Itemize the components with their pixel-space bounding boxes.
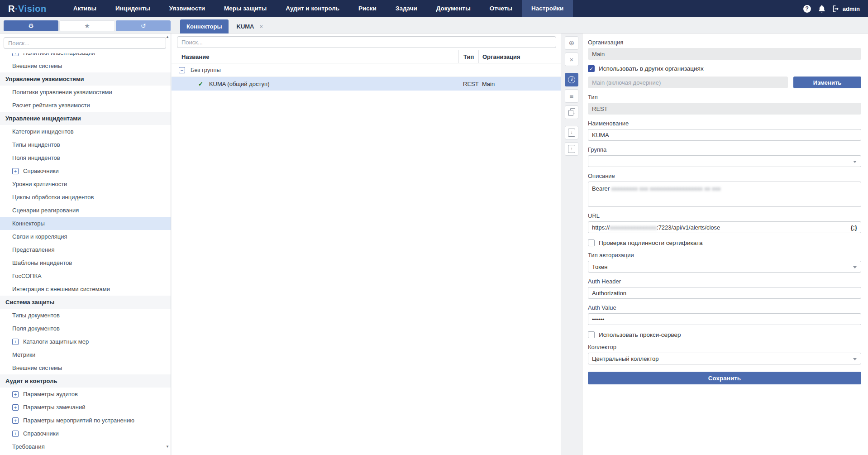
help-icon[interactable]: ?	[803, 5, 811, 13]
notifications-bell-icon[interactable]	[818, 5, 825, 13]
description-field[interactable]: Bearer xxxxxxxxx xxx xxxxxxxxxxxxxxxxxx …	[588, 182, 861, 207]
expand-icon[interactable]: +	[12, 431, 19, 437]
nav-item[interactable]: Риски	[349, 0, 386, 17]
auth-type-value: Токен	[592, 263, 607, 270]
cert-checkbox[interactable]	[588, 239, 595, 246]
variables-icon[interactable]: {;}	[851, 224, 857, 231]
nav-item[interactable]: Задачи	[386, 0, 427, 17]
connectors-table-body: ✓KUMA (общий доступ)RESTMain	[172, 77, 561, 91]
logout-icon[interactable]	[833, 5, 840, 12]
auth-value-label: Auth Value	[588, 304, 861, 311]
tab-kuma[interactable]: KUMA ×	[237, 23, 263, 30]
tree-item[interactable]: Метрики	[0, 348, 171, 361]
expand-icon[interactable]: +	[12, 404, 19, 411]
column-name[interactable]: Название	[172, 53, 458, 60]
tree-item[interactable]: Уровни критичности	[0, 177, 171, 191]
tree-item[interactable]: +Параметры замечаний	[0, 401, 171, 414]
collector-select[interactable]: Центральный коллектор	[588, 353, 861, 364]
change-button[interactable]: Изменить	[793, 77, 861, 88]
tree-item[interactable]: Политики управления уязвимостями	[0, 86, 171, 99]
tree-item[interactable]: Поля документов	[0, 322, 171, 335]
tree-item[interactable]: Шаблоны инцидентов	[0, 256, 171, 269]
nav-item[interactable]: Аудит и контроль	[276, 0, 349, 17]
sidebar-tab-settings[interactable]: ⚙	[4, 20, 58, 31]
auth-type-label: Тип авторизации	[588, 252, 861, 259]
tree-item[interactable]: Коннекторы	[0, 217, 171, 230]
nav-item[interactable]: Меры защиты	[215, 0, 276, 17]
auth-value-field[interactable]	[588, 313, 861, 325]
username: admin	[843, 5, 860, 12]
nav-item[interactable]: Отчеты	[480, 0, 522, 17]
url-suffix: :7223/api/v1/alerts/close	[657, 224, 720, 231]
tree-item[interactable]: Требования	[0, 440, 171, 453]
tree-item[interactable]: Циклы обработки инцидентов	[0, 191, 171, 204]
import-button[interactable]: ↓	[565, 126, 578, 139]
expand-icon[interactable]: +	[12, 168, 19, 174]
table-row[interactable]: ✓KUMA (общий доступ)RESTMain	[172, 77, 561, 91]
tree-item[interactable]: +Справочники	[0, 164, 171, 177]
tab-close-icon[interactable]: ×	[260, 23, 263, 30]
add-button[interactable]: ⊕	[565, 36, 578, 50]
proxy-checkbox[interactable]	[588, 331, 595, 338]
tree-item[interactable]: Интеграция с внешними системами	[0, 283, 171, 296]
tree-item[interactable]: Сценарии реагирования	[0, 204, 171, 217]
url-field[interactable]: https://xxxxxxxxxxxxxxxx:7223/api/v1/ale…	[588, 221, 861, 233]
scroll-up-icon[interactable]: ▲	[166, 35, 169, 39]
tree-item[interactable]: ГосСОПКА	[0, 269, 171, 283]
cert-checkbox-row[interactable]: Проверка подлинности сертификата	[588, 239, 861, 246]
tree-item[interactable]: +Параметры аудитов	[0, 388, 171, 401]
name-field[interactable]	[588, 129, 861, 141]
delete-button[interactable]: ×	[565, 53, 578, 66]
nav-item[interactable]: Инциденты	[106, 0, 160, 17]
column-type[interactable]: Тип	[458, 50, 478, 63]
tab-connectors[interactable]: Коннекторы	[180, 19, 229, 34]
expand-icon[interactable]: +	[12, 53, 19, 56]
share-checkbox-row[interactable]: Использовать в других организациях	[588, 65, 861, 72]
tree-item[interactable]: Категории инцидентов	[0, 125, 171, 138]
tree-item[interactable]: Представления	[0, 243, 171, 256]
expand-icon[interactable]: +	[12, 339, 19, 345]
nav-item[interactable]: Документы	[427, 0, 480, 17]
proxy-checkbox-row[interactable]: Использовать прокси-сервер	[588, 331, 861, 338]
tree-item[interactable]: +Параметры мероприятий по устранению	[0, 414, 171, 427]
tree-item[interactable]: Поля инцидентов	[0, 151, 171, 164]
tree-item[interactable]: Контроли	[0, 453, 171, 455]
sidebar-tab-favorites[interactable]: ★	[59, 20, 115, 31]
save-button[interactable]: Сохранить	[588, 372, 861, 384]
list-view-button[interactable]: ≡	[565, 89, 578, 103]
nav-item[interactable]: Уязвимости	[160, 0, 215, 17]
add-icon: ⊕	[569, 39, 575, 47]
auth-type-select[interactable]: Токен	[588, 261, 861, 273]
group-select[interactable]	[588, 155, 861, 167]
tree-item[interactable]: Внешние системы	[0, 59, 171, 72]
tree-item[interactable]: +Каталоги защитных мер	[0, 335, 171, 348]
tree-item[interactable]: Внешние системы	[0, 361, 171, 374]
expand-icon[interactable]: +	[12, 391, 19, 398]
user-menu[interactable]: admin	[833, 5, 860, 12]
sidebar-search-input[interactable]	[4, 37, 166, 49]
nav-item[interactable]: Активы	[64, 0, 106, 17]
tree-item[interactable]: +Справочники	[0, 427, 171, 440]
chevron-down-icon	[853, 358, 857, 360]
tree-item-label: Внешние системы	[12, 62, 62, 69]
copy-button[interactable]	[565, 105, 578, 119]
connectors-search-input[interactable]	[177, 36, 556, 48]
column-organization[interactable]: Организация	[478, 50, 561, 63]
nav-item[interactable]: Настройки	[522, 0, 573, 17]
share-checkbox[interactable]	[588, 65, 595, 72]
tree-item[interactable]: Расчет рейтинга уязвимости	[0, 99, 171, 112]
sidebar-tab-history[interactable]: ↺	[116, 20, 171, 31]
auth-header-field[interactable]	[588, 287, 861, 299]
tree-item[interactable]: +Политики инвентаризации	[0, 53, 171, 59]
tree-item[interactable]: Типы инцидентов	[0, 138, 171, 151]
tree-item[interactable]: Типы документов	[0, 309, 171, 322]
scroll-down-icon[interactable]: ▼	[166, 445, 169, 449]
tree-item[interactable]: Связи и корреляция	[0, 230, 171, 243]
expand-icon[interactable]: +	[12, 417, 19, 424]
collapse-icon[interactable]: −	[179, 67, 185, 73]
connector-name: KUMA (общий доступ)	[209, 81, 270, 87]
info-button[interactable]: i	[565, 73, 578, 86]
proxy-checkbox-label: Использовать прокси-сервер	[599, 331, 681, 338]
export-button[interactable]: ↑	[565, 142, 578, 156]
group-row[interactable]: − Без группы	[172, 63, 561, 77]
